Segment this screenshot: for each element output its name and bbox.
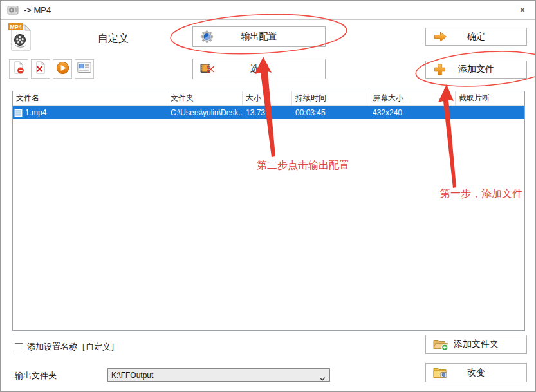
mp4-file-type-icon: MP4 (8, 23, 33, 55)
add-file-button[interactable]: 添加文件 (425, 61, 527, 79)
add-folder-icon (433, 338, 448, 351)
properties-panel-icon (77, 62, 91, 76)
add-folder-button[interactable]: 添加文件夹 (425, 335, 527, 354)
add-file-label: 添加文件 (458, 64, 494, 75)
cell-duration: 00:03:45 (292, 106, 369, 119)
delete-x-icon (34, 61, 47, 77)
window-title: -> MP4 (24, 5, 51, 15)
close-icon[interactable]: × (512, 1, 533, 19)
options-button[interactable]: 选项 (192, 59, 326, 79)
cell-clip (456, 106, 524, 119)
remove-file-button[interactable] (9, 59, 28, 79)
change-folder-icon (433, 366, 448, 379)
cell-size: 13.73 (243, 106, 292, 119)
add-name-checkbox[interactable] (15, 343, 23, 351)
output-folder-value: K:\FFOutput (111, 371, 153, 380)
output-folder-select[interactable]: K:\FFOutput (107, 368, 330, 382)
file-list-header: 文件名 文件夹 大小 持续时间 屏幕大小 截取片断 (13, 91, 524, 106)
table-row[interactable]: 1.mp4 C:\Users\yulin\Desk... 13.73 00:03… (13, 106, 524, 119)
chevron-down-icon (319, 374, 326, 383)
video-file-icon (14, 109, 23, 117)
remove-file-icon (12, 61, 25, 77)
column-header-duration[interactable]: 持续时间 (292, 91, 369, 106)
output-folder-label: 输出文件夹 (15, 370, 57, 382)
play-button[interactable] (53, 59, 72, 79)
file-list: 文件名 文件夹 大小 持续时间 屏幕大小 截取片断 1.mp4 C:\Users (12, 91, 525, 331)
arrow-right-icon (433, 30, 447, 43)
cell-screen: 432x240 (369, 106, 456, 119)
title-bar: -> MP4 (1, 1, 535, 20)
ok-label: 确定 (467, 31, 485, 42)
options-label: 选项 (250, 63, 268, 75)
column-header-size[interactable]: 大小 (243, 91, 292, 106)
cell-folder: C:\Users\yulin\Desk... (167, 106, 243, 119)
ok-button[interactable]: 确定 (425, 28, 527, 46)
preset-name-label: 自定义 (98, 32, 129, 46)
column-header-clip[interactable]: 截取片断 (456, 91, 524, 106)
change-output-button[interactable]: 改变 (425, 363, 527, 382)
play-icon (56, 61, 69, 77)
output-config-label: 输出配置 (241, 31, 277, 42)
mp4-badge-label: MP4 (10, 24, 22, 30)
app-icon (7, 5, 19, 16)
add-name-checkbox-label: 添加设置名称［自定义］ (27, 341, 119, 353)
converter-window: -> MP4 × MP4 自定义 (0, 0, 536, 392)
film-scissors-icon (200, 63, 215, 75)
column-header-folder[interactable]: 文件夹 (167, 91, 243, 106)
gear-icon (200, 30, 214, 44)
output-config-button[interactable]: 输出配置 (192, 26, 326, 47)
properties-button[interactable] (75, 59, 94, 79)
add-name-checkbox-row: 添加设置名称［自定义］ (15, 341, 119, 353)
column-header-filename[interactable]: 文件名 (13, 91, 167, 106)
clear-list-button[interactable] (31, 59, 50, 79)
add-folder-label: 添加文件夹 (454, 339, 499, 350)
cell-filename: 1.mp4 (25, 106, 46, 119)
change-label: 改变 (467, 367, 485, 378)
column-header-screen[interactable]: 屏幕大小 (369, 91, 456, 106)
plus-icon (433, 63, 447, 77)
